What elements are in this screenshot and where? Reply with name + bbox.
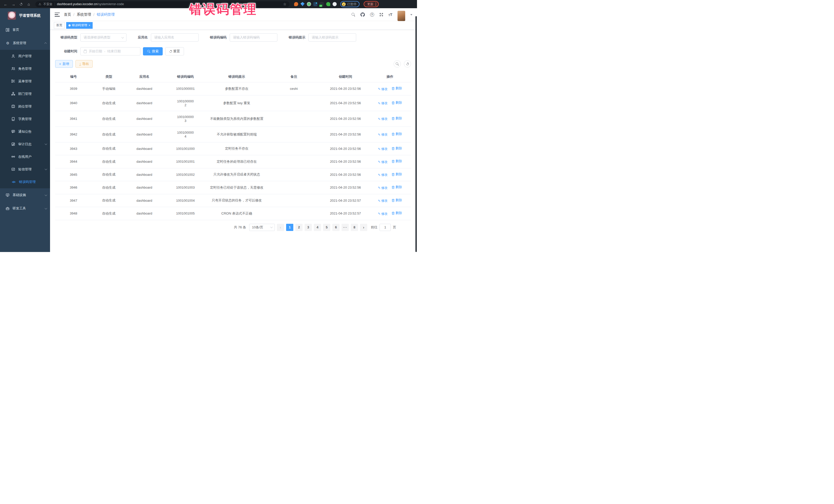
goto-page-input[interactable] bbox=[379, 224, 391, 231]
reset-button[interactable]: 重置 bbox=[165, 47, 184, 56]
tag-home[interactable]: 首页 bbox=[54, 22, 65, 29]
edit-link[interactable]: ✎修改 bbox=[378, 117, 388, 121]
delete-link[interactable]: 删除 bbox=[392, 116, 402, 120]
error-code-input[interactable]: 请输入错误码编码 bbox=[230, 34, 278, 42]
delete-link[interactable]: 删除 bbox=[392, 211, 402, 215]
sidebar-item-system[interactable]: ⚙ 系统管理 bbox=[0, 37, 50, 50]
edit-link[interactable]: ✎修改 bbox=[378, 132, 388, 137]
page-button-3[interactable]: 3 bbox=[305, 224, 312, 231]
help-icon[interactable]: ? bbox=[370, 13, 374, 17]
edit-link[interactable]: ✎修改 bbox=[378, 212, 388, 216]
page-button-4[interactable]: 4 bbox=[314, 224, 321, 231]
toggle-search-button[interactable] bbox=[394, 60, 401, 67]
table-header-row: 编号 类型 应用名 错误码编码 错误码提示 备注 创建时间 操作 bbox=[55, 71, 411, 82]
profile-paused-chip[interactable]: 已暂停 bbox=[340, 1, 359, 7]
sidebar-logo[interactable]: 芋道管理系统 bbox=[0, 8, 50, 23]
sidebar-item-posts[interactable]: 岗位管理 bbox=[0, 100, 50, 113]
sidebar-item-error-code[interactable]: </> 错误码管理 bbox=[0, 176, 50, 188]
github-icon[interactable] bbox=[360, 12, 365, 17]
add-button[interactable]: + 新增 bbox=[55, 60, 73, 68]
sidebar-item-dict[interactable]: 字典管理 bbox=[0, 113, 50, 125]
extension-icon[interactable] bbox=[294, 2, 298, 6]
edit-link[interactable]: ✎修改 bbox=[378, 147, 388, 151]
browser-update-button[interactable]: 更新 bbox=[364, 1, 379, 7]
error-type-select[interactable]: 请选择错误码类型 bbox=[80, 34, 127, 42]
page-size-select[interactable]: 10条/页 bbox=[249, 224, 275, 231]
delete-link[interactable]: 删除 bbox=[392, 101, 402, 105]
prev-page-button[interactable]: ‹ bbox=[277, 224, 284, 231]
page-button-6[interactable]: 6 bbox=[332, 224, 339, 231]
edit-link-label: 修改 bbox=[381, 147, 388, 151]
breadcrumb-system[interactable]: 系统管理 bbox=[77, 12, 91, 17]
tag-error-code[interactable]: 错误码管理 × bbox=[66, 22, 93, 29]
next-page-button[interactable]: › bbox=[360, 224, 367, 231]
edit-link[interactable]: ✎修改 bbox=[378, 87, 388, 91]
page-button-5[interactable]: 5 bbox=[323, 224, 330, 231]
search-button[interactable]: 搜索 bbox=[143, 47, 163, 56]
fullscreen-icon[interactable] bbox=[379, 13, 383, 17]
sidebar-item-dashboard[interactable]: 首页 bbox=[0, 23, 50, 37]
extension-icon[interactable]: V bbox=[307, 2, 311, 6]
cell-type: 自动生成 bbox=[92, 194, 126, 207]
sidebar-item-users[interactable]: 用户管理 bbox=[0, 50, 50, 62]
page-button-8[interactable]: 8 bbox=[351, 224, 358, 231]
header-remark: 备注 bbox=[266, 71, 322, 82]
edit-link[interactable]: ✎修改 bbox=[378, 186, 388, 190]
browser-forward-icon[interactable]: → bbox=[10, 1, 17, 7]
page-button-1[interactable]: 1 bbox=[286, 224, 293, 231]
export-button[interactable]: ↓ 导出 bbox=[75, 60, 93, 68]
sidebar-item-dev-tools[interactable]: 研发工具 bbox=[0, 202, 50, 215]
sidebar-item-audit-log[interactable]: 审计日志 bbox=[0, 138, 50, 150]
avatar-dropdown-caret-icon[interactable] bbox=[410, 14, 412, 17]
extension-icon[interactable] bbox=[301, 2, 305, 6]
browser-back-icon[interactable]: ← bbox=[3, 1, 9, 7]
page-button-2[interactable]: 2 bbox=[295, 224, 303, 231]
avatar[interactable] bbox=[397, 11, 405, 21]
delete-link[interactable]: 删除 bbox=[392, 86, 402, 91]
bookmark-star-icon[interactable]: ☆ bbox=[283, 2, 286, 6]
header-search-icon[interactable] bbox=[352, 13, 355, 17]
date-range-picker[interactable]: 开始日期 - 结束日期 bbox=[80, 47, 140, 56]
extension-icon[interactable] bbox=[313, 2, 317, 6]
extension-icon[interactable] bbox=[326, 2, 330, 6]
app-name-input[interactable]: 请输入应用名 bbox=[151, 34, 199, 42]
delete-link[interactable]: 删除 bbox=[392, 185, 402, 190]
sidebar-item-roles[interactable]: 角色管理 bbox=[0, 62, 50, 75]
search-icon bbox=[147, 50, 150, 52]
browser-home-icon[interactable]: ⌂ bbox=[26, 1, 32, 7]
sidebar-item-infra[interactable]: 基础设施 bbox=[0, 188, 50, 202]
puzzle-extensions-icon[interactable] bbox=[333, 2, 337, 6]
profile-avatar-emoji-icon bbox=[342, 2, 346, 6]
edit-link[interactable]: ✎修改 bbox=[378, 160, 388, 164]
refresh-table-button[interactable] bbox=[404, 60, 411, 67]
hamburger-icon[interactable] bbox=[54, 13, 60, 17]
page-more-button[interactable]: ··· bbox=[342, 224, 349, 231]
sidebar-item-online-users[interactable]: 在线用户 bbox=[0, 150, 50, 163]
font-size-icon[interactable]: TT bbox=[389, 12, 392, 17]
cell-type: 自动生成 bbox=[92, 207, 126, 220]
delete-link[interactable]: 删除 bbox=[392, 146, 402, 151]
browser-reload-icon[interactable] bbox=[18, 1, 24, 7]
delete-link-label: 删除 bbox=[395, 116, 402, 120]
edit-link[interactable]: ✎修改 bbox=[378, 101, 388, 106]
sidebar-item-departments[interactable]: 部门管理 bbox=[0, 88, 50, 100]
browser-menu-dots-icon[interactable] bbox=[375, 3, 376, 6]
edit-link-label: 修改 bbox=[381, 173, 388, 177]
sidebar-item-notice[interactable]: 通知公告 bbox=[0, 125, 50, 138]
delete-trash-icon bbox=[392, 212, 395, 215]
cell-hint: 定时任务不存在 bbox=[208, 142, 266, 155]
edit-link[interactable]: ✎修改 bbox=[378, 173, 388, 177]
delete-link[interactable]: 删除 bbox=[392, 198, 402, 202]
sidebar-item-menus[interactable]: 菜单管理 bbox=[0, 75, 50, 88]
error-hint-input[interactable]: 请输入错误码提示 bbox=[308, 34, 356, 42]
cell-id: 3948 bbox=[55, 207, 92, 220]
breadcrumb-home[interactable]: 首页 bbox=[64, 12, 71, 17]
delete-link[interactable]: 删除 bbox=[392, 172, 402, 177]
extension-icon[interactable] bbox=[320, 2, 324, 6]
delete-link[interactable]: 删除 bbox=[392, 159, 402, 163]
sidebar-item-sms[interactable]: 短信管理 bbox=[0, 163, 50, 176]
delete-link[interactable]: 删除 bbox=[392, 132, 402, 136]
tag-close-icon[interactable]: × bbox=[89, 24, 90, 27]
page-scrollbar[interactable] bbox=[415, 16, 417, 252]
edit-link[interactable]: ✎修改 bbox=[378, 199, 388, 203]
